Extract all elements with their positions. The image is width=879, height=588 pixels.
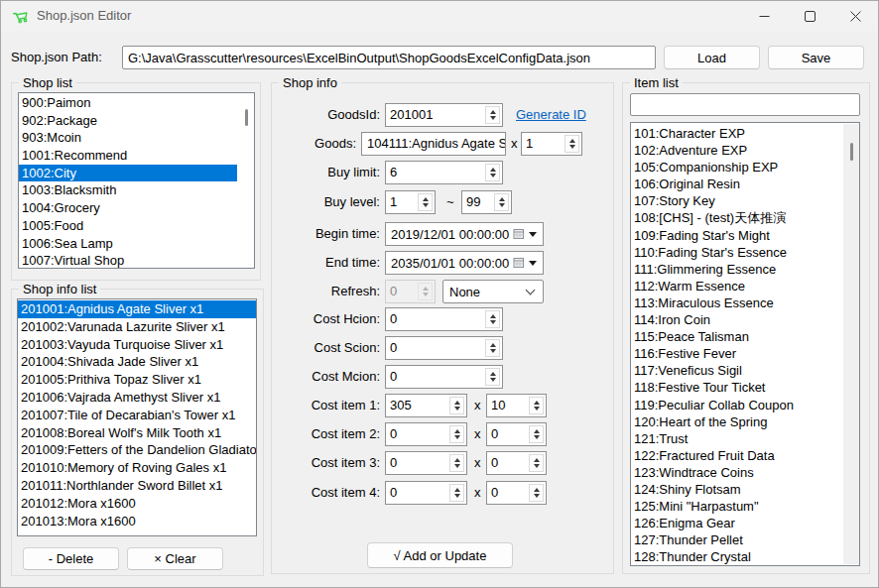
close-button[interactable] bbox=[832, 1, 878, 31]
item-list-item[interactable]: 122:Fractured Fruit Data bbox=[631, 447, 843, 464]
item-list-item[interactable]: 112:Warm Essence bbox=[631, 278, 843, 294]
shop-info-list-item[interactable]: 201002:Varunada Lazurite Sliver x1 bbox=[18, 318, 256, 336]
scrollbar-thumb[interactable] bbox=[850, 143, 853, 161]
maximize-button[interactable] bbox=[787, 1, 832, 31]
up-down-arrows-icon[interactable] bbox=[529, 425, 544, 443]
item-list-item[interactable]: 107:Story Key bbox=[631, 192, 843, 209]
item-search-input[interactable] bbox=[630, 93, 860, 116]
shop-list-item[interactable]: 1004:Grocery bbox=[19, 199, 237, 217]
item-list-scrollbar[interactable] bbox=[843, 124, 859, 564]
up-down-arrows-icon[interactable] bbox=[529, 484, 544, 502]
item-list-item[interactable]: 128:Thunder Crystal bbox=[631, 548, 843, 565]
cost-hcion-spinner[interactable]: 0 bbox=[385, 307, 503, 331]
begin-time-picker[interactable]: 2019/12/01 00:00:00 bbox=[385, 222, 544, 246]
clear-button[interactable]: × Clear bbox=[127, 547, 223, 570]
item-list-item[interactable]: 117:Veneficus Sigil bbox=[631, 362, 843, 379]
up-down-arrows-icon[interactable] bbox=[449, 484, 464, 502]
up-down-arrows-icon[interactable] bbox=[485, 164, 500, 181]
up-down-arrows-icon[interactable] bbox=[449, 425, 464, 443]
shop-info-list-item[interactable]: 201005:Prithiva Topaz Sliver x1 bbox=[18, 371, 256, 389]
cost-mcion-spinner[interactable]: 0 bbox=[385, 365, 503, 389]
cost-item-3-count-spinner[interactable]: 0 bbox=[486, 451, 547, 475]
item-list-item[interactable]: 118:Festive Tour Ticket bbox=[631, 379, 843, 396]
shop-info-list-item[interactable]: 201011:Northlander Sword Billet x1 bbox=[18, 477, 256, 495]
buy-level-max-spinner[interactable]: 99 bbox=[461, 190, 512, 214]
cost-item-4-id-spinner[interactable]: 0 bbox=[385, 481, 467, 505]
cost-item-2-count-spinner[interactable]: 0 bbox=[486, 422, 547, 446]
up-down-arrows-icon[interactable] bbox=[449, 454, 464, 472]
up-down-arrows-icon[interactable] bbox=[494, 193, 509, 211]
chevron-down-icon[interactable] bbox=[529, 261, 537, 266]
scrollbar-thumb[interactable] bbox=[245, 109, 248, 126]
shop-info-list-item[interactable]: 201006:Vajrada Amethyst Sliver x1 bbox=[18, 389, 256, 407]
item-list-item[interactable]: 102:Adventure EXP bbox=[631, 142, 843, 159]
add-or-update-button[interactable]: √ Add or Update bbox=[367, 542, 513, 568]
up-down-arrows-icon[interactable] bbox=[485, 368, 500, 386]
up-down-arrows-icon[interactable] bbox=[565, 135, 579, 153]
shop-list-item[interactable]: 1005:Food bbox=[19, 217, 237, 235]
shop-list[interactable]: 900:Paimon902:Package903:Mcoin1001:Recom… bbox=[18, 92, 255, 269]
item-list[interactable]: 101:Character EXP102:Adventure EXP105:Co… bbox=[630, 122, 860, 566]
load-button[interactable]: Load bbox=[664, 46, 760, 69]
shop-info-list-item[interactable]: 201008:Boreal Wolf's Milk Tooth x1 bbox=[18, 424, 256, 442]
item-list-item[interactable]: 119:Peculiar Collab Coupon bbox=[631, 397, 843, 413]
goodsid-spinner[interactable]: 201001 bbox=[385, 103, 503, 127]
item-list-item[interactable]: 101:Character EXP bbox=[631, 125, 843, 142]
shop-list-scrollbar[interactable] bbox=[238, 94, 254, 267]
cost-item-4-count-spinner[interactable]: 0 bbox=[486, 481, 547, 505]
item-list-item[interactable]: 108:[CHS] - (test)天体推演 bbox=[631, 209, 843, 226]
item-list-item[interactable]: 109:Fading Star's Might bbox=[631, 227, 843, 244]
goods-combobox[interactable]: 104111:Agnidus Agate Sliver bbox=[361, 132, 506, 156]
item-list-item[interactable]: 125:Mini "Harpastum" bbox=[631, 498, 843, 515]
cost-item-1-id-spinner[interactable]: 305 bbox=[385, 394, 467, 417]
buy-limit-spinner[interactable]: 6 bbox=[385, 161, 503, 184]
goods-count-spinner[interactable]: 1 bbox=[521, 132, 582, 156]
item-list-item[interactable]: 111:Glimmering Essence bbox=[631, 261, 843, 278]
up-down-arrows-icon[interactable] bbox=[485, 106, 500, 124]
shop-info-list-item[interactable]: 201001:Agnidus Agate Sliver x1 bbox=[18, 300, 256, 318]
item-list-item[interactable]: 114:Iron Coin bbox=[631, 311, 843, 328]
item-list-item[interactable]: 126:Enigma Gear bbox=[631, 515, 843, 531]
shop-list-item[interactable]: 900:Paimon bbox=[19, 94, 237, 112]
refresh-mode-dropdown[interactable]: None bbox=[442, 280, 544, 303]
delete-button[interactable]: - Delete bbox=[23, 547, 119, 570]
up-down-arrows-icon[interactable] bbox=[529, 397, 544, 414]
path-input[interactable] bbox=[122, 46, 656, 69]
shop-info-list-item[interactable]: 201007:Tile of Decarabian's Tower x1 bbox=[18, 407, 256, 424]
shop-list-item[interactable]: 1002:City bbox=[19, 165, 237, 182]
generate-id-link[interactable]: Generate ID bbox=[516, 103, 586, 127]
shop-info-list-item[interactable]: 201012:Mora x1600 bbox=[18, 495, 256, 513]
cost-scion-spinner[interactable]: 0 bbox=[385, 336, 503, 360]
shop-list-item[interactable]: 1007:Virtual Shop bbox=[19, 252, 237, 269]
item-list-item[interactable]: 121:Trust bbox=[631, 430, 843, 447]
shop-info-list-item[interactable]: 201009:Fetters of the Dandelion Gladiato… bbox=[18, 441, 256, 459]
buy-level-min-spinner[interactable]: 1 bbox=[385, 190, 436, 214]
shop-info-list-item[interactable]: 201003:Vayuda Turquoise Sliver x1 bbox=[18, 336, 256, 354]
chevron-down-icon[interactable] bbox=[529, 232, 537, 237]
shop-info-list-item[interactable]: 201013:Mora x1600 bbox=[18, 513, 256, 530]
item-list-item[interactable]: 123:Windtrace Coins bbox=[631, 464, 843, 481]
minimize-button[interactable] bbox=[741, 1, 787, 31]
item-list-item[interactable]: 110:Fading Star's Essence bbox=[631, 244, 843, 261]
shop-list-item[interactable]: 1001:Recommend bbox=[19, 147, 237, 165]
item-list-item[interactable]: 105:Companionship EXP bbox=[631, 159, 843, 176]
item-list-item[interactable]: 113:Miraculous Essence bbox=[631, 294, 843, 311]
shop-list-item[interactable]: 1006:Sea Lamp bbox=[19, 235, 237, 253]
item-list-item[interactable]: 124:Shiny Flotsam bbox=[631, 481, 843, 498]
item-list-item[interactable]: 127:Thunder Pellet bbox=[631, 531, 843, 548]
up-down-arrows-icon[interactable] bbox=[449, 397, 464, 414]
title-bar[interactable]: Shop.json Editor bbox=[1, 1, 878, 31]
end-time-picker[interactable]: 2035/01/01 00:00:00 bbox=[385, 251, 544, 275]
item-list-item[interactable]: 115:Peace Talisman bbox=[631, 328, 843, 345]
item-list-item[interactable]: 106:Original Resin bbox=[631, 176, 843, 192]
cost-item-3-id-spinner[interactable]: 0 bbox=[385, 451, 467, 475]
up-down-arrows-icon[interactable] bbox=[485, 339, 500, 357]
shop-info-list[interactable]: 201001:Agnidus Agate Sliver x1201002:Var… bbox=[17, 298, 257, 536]
save-button[interactable]: Save bbox=[768, 46, 864, 69]
up-down-arrows-icon[interactable] bbox=[529, 454, 544, 472]
item-list-item[interactable]: 116:Festive Fever bbox=[631, 345, 843, 362]
shop-list-item[interactable]: 902:Package bbox=[19, 112, 237, 130]
item-list-item[interactable]: 120:Heart of the Spring bbox=[631, 413, 843, 430]
shop-info-list-item[interactable]: 201004:Shivada Jade Sliver x1 bbox=[18, 353, 256, 371]
cost-item-2-id-spinner[interactable]: 0 bbox=[385, 422, 467, 446]
